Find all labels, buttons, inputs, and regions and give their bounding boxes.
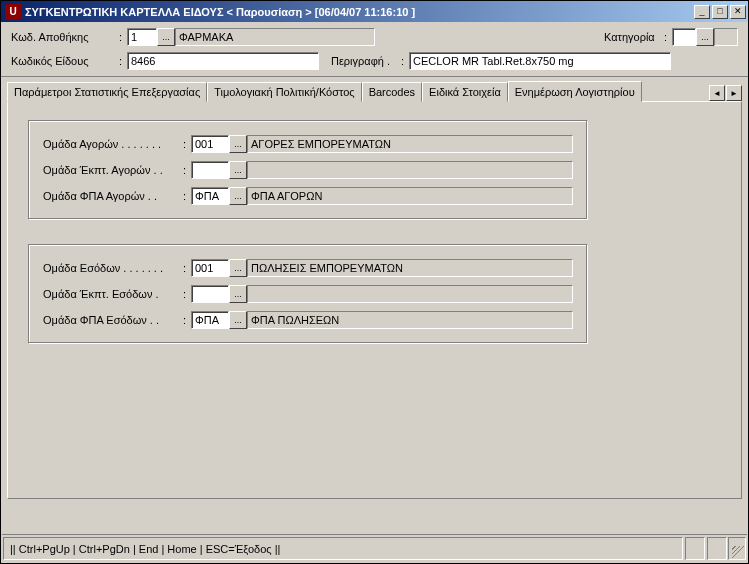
purchase-discount-label: Ομάδα Έκπτ. Αγορών . .	[43, 164, 183, 176]
itemcode-label: Κωδικός Είδους	[11, 55, 119, 67]
window-title: ΣΥΓΚΕΝΤΡΩΤΙΚΗ ΚΑΡΤΕΛΛΑ ΕΙΔΟΥΣ < Παρουσία…	[25, 6, 694, 18]
sales-group-desc: ΠΩΛΗΣΕΙΣ ΕΜΠΟΡΕΥΜΑΤΩΝ	[247, 259, 573, 277]
minimize-button[interactable]: _	[694, 5, 710, 19]
category-label: Κατηγορία	[604, 31, 664, 43]
sales-vat-label: Ομάδα ΦΠΑ Εσόδων . .	[43, 314, 183, 326]
tab-statistics-params[interactable]: Παράμετροι Στατιστικής Επεξεργασίας	[7, 82, 207, 102]
category-code-field[interactable]	[672, 28, 696, 46]
description-label: Περιγραφή .	[331, 55, 401, 67]
sales-vat-desc: ΦΠΑ ΠΩΛΗΣΕΩΝ	[247, 311, 573, 329]
purchase-group-lookup-button[interactable]: ...	[229, 135, 247, 153]
purchase-group-code-field[interactable]: 001	[191, 135, 229, 153]
sales-discount-code-field[interactable]	[191, 285, 229, 303]
tab-strip: Παράμετροι Στατιστικής Επεξεργασίας Τιμο…	[1, 77, 748, 101]
warehouse-label: Κωδ. Αποθήκης	[11, 31, 119, 43]
purchase-group-label: Ομάδα Αγορών . . . . . . .	[43, 138, 183, 150]
sales-group-code-field[interactable]: 001	[191, 259, 229, 277]
purchase-discount-code-field[interactable]	[191, 161, 229, 179]
purchase-vat-desc: ΦΠΑ ΑΓΟΡΩΝ	[247, 187, 573, 205]
purchase-vat-label: Ομάδα ΦΠΑ Αγορών . .	[43, 190, 183, 202]
title-bar: U ΣΥΓΚΕΝΤΡΩΤΙΚΗ ΚΑΡΤΕΛΛΑ ΕΙΔΟΥΣ < Παρουσ…	[1, 1, 748, 22]
sales-discount-label: Ομάδα Έκπτ. Εσόδων .	[43, 288, 183, 300]
purchase-group-desc: ΑΓΟΡΕΣ ΕΜΠΟΡΕΥΜΑΤΩΝ	[247, 135, 573, 153]
warehouse-lookup-button[interactable]: ...	[157, 28, 175, 46]
tab-special-data[interactable]: Ειδικά Στοιχεία	[422, 82, 508, 102]
tab-pricing-cost[interactable]: Τιμολογιακή Πολιτική/Κόστος	[207, 82, 361, 102]
itemcode-field[interactable]: 8466	[127, 52, 319, 70]
sales-group-label: Ομάδα Εσόδων . . . . . . .	[43, 262, 183, 274]
statusbar-pane-1	[685, 537, 705, 560]
sales-group: Ομάδα Εσόδων . . . . . . . : 001 ... ΠΩΛ…	[28, 244, 588, 344]
purchase-vat-lookup-button[interactable]: ...	[229, 187, 247, 205]
status-bar: || Ctrl+PgUp | Ctrl+PgDn | End | Home | …	[2, 534, 747, 562]
sales-vat-lookup-button[interactable]: ...	[229, 311, 247, 329]
description-field[interactable]: CECLOR MR Tabl.Ret.8x750 mg	[409, 52, 671, 70]
resize-grip[interactable]	[728, 537, 746, 560]
category-lookup-button[interactable]: ...	[696, 28, 714, 46]
warehouse-code-field[interactable]: 1	[127, 28, 157, 46]
tabs-scroll-right-button[interactable]: ►	[726, 85, 742, 101]
sales-vat-code-field[interactable]: ΦΠΑ	[191, 311, 229, 329]
app-icon: U	[5, 4, 21, 20]
close-button[interactable]: ✕	[730, 5, 746, 19]
statusbar-hints: || Ctrl+PgUp | Ctrl+PgDn | End | Home | …	[3, 537, 683, 560]
purchase-vat-code-field[interactable]: ΦΠΑ	[191, 187, 229, 205]
tab-panel-accounting: Ομάδα Αγορών . . . . . . . : 001 ... ΑΓΟ…	[7, 101, 742, 499]
sales-discount-lookup-button[interactable]: ...	[229, 285, 247, 303]
tab-accounting-update[interactable]: Ενημέρωση Λογιστηρίου	[508, 81, 642, 102]
purchase-discount-lookup-button[interactable]: ...	[229, 161, 247, 179]
warehouse-desc: ΦΑΡΜΑΚΑ	[175, 28, 375, 46]
sales-discount-desc	[247, 285, 573, 303]
purchases-group: Ομάδα Αγορών . . . . . . . : 001 ... ΑΓΟ…	[28, 120, 588, 220]
statusbar-pane-2	[707, 537, 727, 560]
category-desc	[714, 28, 738, 46]
tab-barcodes[interactable]: Barcodes	[362, 82, 422, 102]
tabs-scroll-left-button[interactable]: ◄	[709, 85, 725, 101]
header-area: Κωδ. Αποθήκης : 1 ... ΦΑΡΜΑΚΑ Κατηγορία …	[1, 22, 748, 77]
purchase-discount-desc	[247, 161, 573, 179]
sales-group-lookup-button[interactable]: ...	[229, 259, 247, 277]
maximize-button[interactable]: □	[712, 5, 728, 19]
